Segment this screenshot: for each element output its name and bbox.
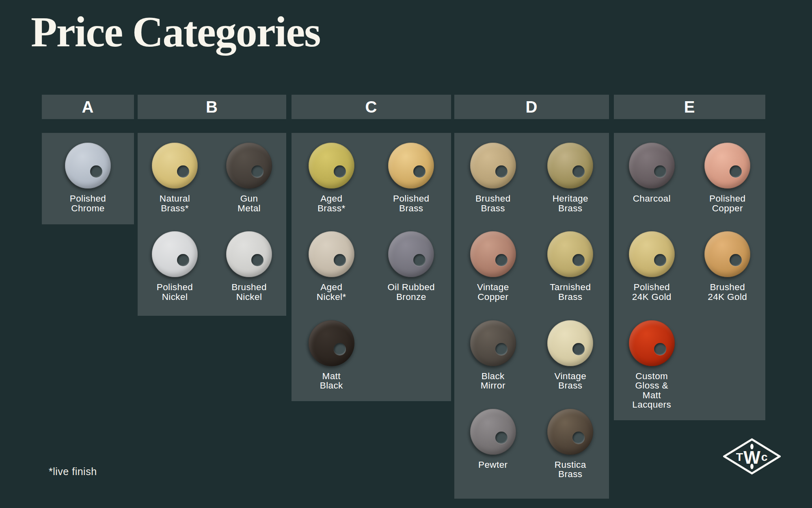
finish-aged-nickel: Aged Nickel* — [309, 231, 354, 302]
finish-disc-pewter — [470, 409, 516, 455]
finish-label: Polished 24K Gold — [632, 282, 672, 302]
finish-polished-brass: Polished Brass — [388, 143, 434, 213]
disc-hole — [654, 343, 666, 355]
finish-label: Pewter — [478, 460, 508, 470]
finish-brushed-nickel: Brushed Nickel — [226, 231, 272, 302]
finish-disc-black-mirror — [470, 320, 516, 366]
disc-hole — [177, 254, 189, 266]
finish-label: Polished Brass — [393, 194, 430, 213]
category-panel-c: Aged Brass*Polished BrassAged Nickel*Oil… — [292, 133, 451, 401]
disc-hole — [730, 165, 742, 178]
finish-disc-aged-nickel — [309, 231, 354, 277]
category-panel-b: Natural Brass*Gun MetalPolished NickelBr… — [138, 133, 286, 316]
finish-label: Oil Rubbed Bronze — [387, 282, 435, 302]
category-letter-e: E — [684, 98, 695, 116]
disc-hole — [251, 165, 263, 178]
finish-natural-brass: Natural Brass* — [152, 143, 198, 213]
finish-disc-polished-brass — [388, 143, 434, 189]
category-header-a: A — [42, 95, 134, 119]
finish-label: Polished Nickel — [157, 282, 193, 302]
finish-label: Natural Brass* — [160, 194, 190, 213]
finish-gun-metal: Gun Metal — [226, 143, 272, 213]
logo-letter-c: c — [761, 450, 768, 463]
finish-disc-rustica-brass — [547, 409, 593, 455]
finish-disc-heritage-brass — [547, 143, 593, 189]
finish-vintage-copper: Vintage Copper — [470, 231, 516, 302]
disc-hole — [495, 432, 508, 444]
disc-hole — [334, 343, 346, 355]
finish-label: Vintage Brass — [554, 371, 586, 391]
finish-vintage-brass: Vintage Brass — [547, 320, 593, 391]
finish-label: Tarnished Brass — [550, 282, 591, 302]
category-letter-b: B — [206, 98, 218, 116]
category-letter-c: C — [365, 98, 378, 116]
finish-disc-vintage-brass — [547, 320, 593, 366]
category-column-a: A Polished Chrome — [42, 95, 134, 224]
disc-hole — [654, 165, 666, 178]
finish-aged-brass: Aged Brass* — [309, 143, 354, 213]
finish-disc-polished-copper — [704, 143, 750, 189]
finish-custom-gloss-matt-lacquers: Custom Gloss & Matt Lacquers — [629, 320, 675, 410]
finish-matt-black: Matt Black — [309, 320, 354, 391]
finish-label: Polished Copper — [709, 194, 746, 213]
finish-black-mirror: Black Mirror — [470, 320, 516, 391]
finish-label: Heritage Brass — [553, 194, 588, 213]
finish-label: Custom Gloss & Matt Lacquers — [632, 371, 671, 410]
disc-hole — [334, 165, 346, 178]
finish-disc-vintage-copper — [470, 231, 516, 277]
finish-label: Black Mirror — [481, 371, 505, 391]
category-column-e: E CharcoalPolished CopperPolished 24K Go… — [614, 95, 765, 420]
finish-rustica-brass: Rustica Brass — [547, 409, 593, 479]
finish-polished-copper: Polished Copper — [704, 143, 750, 213]
finish-label: Brushed Brass — [475, 194, 511, 213]
logo-letter-w: W — [743, 447, 760, 467]
finish-label: Brushed 24K Gold — [708, 282, 747, 302]
category-panel-d: Brushed BrassHeritage BrassVintage Coppe… — [454, 133, 609, 499]
finish-pewter: Pewter — [470, 409, 516, 479]
disc-hole — [654, 254, 666, 266]
disc-hole — [413, 254, 425, 266]
category-header-c: C — [292, 95, 451, 119]
finish-oil-rubbed-bronze: Oil Rubbed Bronze — [387, 231, 435, 302]
disc-hole — [334, 254, 346, 266]
disc-hole — [572, 343, 585, 355]
finish-brushed-brass: Brushed Brass — [470, 143, 516, 213]
disc-hole — [251, 254, 263, 266]
category-columns: A Polished Chrome B Natural Brass*Gun Me… — [0, 95, 812, 508]
finish-label: Vintage Copper — [477, 282, 509, 302]
finish-label: Matt Black — [320, 371, 343, 391]
finish-disc-brushed-nickel — [226, 231, 272, 277]
finish-disc-tarnished-brass — [547, 231, 593, 277]
finish-disc-aged-brass — [309, 143, 354, 189]
disc-hole — [90, 165, 102, 178]
category-header-d: D — [454, 95, 609, 119]
finish-label: Gun Metal — [238, 194, 261, 213]
finish-charcoal: Charcoal — [629, 143, 675, 213]
disc-hole — [572, 254, 585, 266]
finish-disc-gun-metal — [226, 143, 272, 189]
finish-disc-polished-24k-gold — [629, 231, 675, 277]
finish-disc-natural-brass — [152, 143, 198, 189]
finish-disc-polished-nickel — [152, 231, 198, 277]
category-panel-e: CharcoalPolished CopperPolished 24K Gold… — [614, 133, 765, 420]
finish-disc-brushed-24k-gold — [704, 231, 750, 277]
category-column-c: C Aged Brass*Polished BrassAged Nickel*O… — [292, 95, 451, 401]
finish-label: Rustica Brass — [555, 460, 586, 479]
category-column-b: B Natural Brass*Gun MetalPolished Nickel… — [138, 95, 286, 316]
live-finish-footnote: *live finish — [49, 466, 97, 478]
finish-label: Aged Nickel* — [317, 282, 346, 302]
finish-tarnished-brass: Tarnished Brass — [547, 231, 593, 302]
finish-heritage-brass: Heritage Brass — [547, 143, 593, 213]
finish-disc-brushed-brass — [470, 143, 516, 189]
category-letter-d: D — [526, 98, 538, 116]
disc-hole — [495, 165, 508, 178]
category-panel-a: Polished Chrome — [42, 133, 134, 224]
finish-disc-matt-black — [309, 320, 354, 366]
disc-hole — [177, 165, 189, 178]
category-header-b: B — [138, 95, 286, 119]
finish-label: Brushed Nickel — [231, 282, 267, 302]
disc-hole — [572, 432, 585, 444]
finish-brushed-24k-gold: Brushed 24K Gold — [704, 231, 750, 302]
category-column-d: D Brushed BrassHeritage BrassVintage Cop… — [454, 95, 609, 499]
finish-label: Charcoal — [633, 194, 671, 204]
